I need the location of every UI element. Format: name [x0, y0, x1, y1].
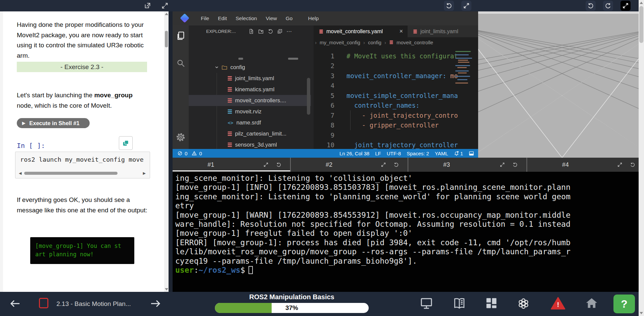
- menu-go[interactable]: Go: [286, 15, 293, 21]
- tutorial-scrollbar-thumb[interactable]: [165, 31, 168, 47]
- explorer-activity-icon[interactable]: [176, 31, 185, 41]
- top-bar: [0, 0, 644, 11]
- errors-icon[interactable]: [177, 151, 183, 156]
- terminal-tab-2[interactable]: #2: [290, 158, 408, 172]
- more-actions-icon[interactable]: ⋯: [286, 28, 292, 35]
- scroll-left-icon[interactable]: ◀: [19, 171, 21, 175]
- breadcrumb[interactable]: › my_moveit_config › config › moveit_con…: [315, 37, 478, 47]
- scroll-up-icon[interactable]: [640, 2, 643, 4]
- close-tab-icon[interactable]: ×: [399, 28, 403, 35]
- next-unit-button[interactable]: [150, 299, 161, 309]
- tree-file-name-srdf[interactable]: <> name.srdf: [189, 117, 311, 128]
- breadcrumb-item[interactable]: moveit_controlle: [397, 40, 433, 45]
- scroll-down-icon[interactable]: [640, 312, 643, 314]
- reload-code-editor-icon[interactable]: [444, 1, 454, 11]
- tree-file-pilz-limits[interactable]: pilz_cartesian_limit...: [189, 128, 311, 139]
- terminal-cursor: [248, 266, 253, 274]
- execute-in-shell-button[interactable]: ▶ Execute in Shell #1: [17, 118, 90, 128]
- previous-unit-button[interactable]: [9, 299, 21, 309]
- scroll-down-icon[interactable]: [165, 288, 168, 291]
- horizontal-scrollbar-thumb[interactable]: [24, 172, 118, 175]
- terminal-tab-label[interactable]: #1: [208, 161, 214, 168]
- report-warning-icon[interactable]: !: [551, 297, 565, 310]
- refresh-explorer-icon[interactable]: [268, 29, 273, 34]
- collapse-folders-icon[interactable]: [277, 29, 283, 34]
- status-indent[interactable]: Spaces: 2: [407, 151, 429, 156]
- menu-file[interactable]: File: [201, 15, 209, 21]
- menu-selection[interactable]: Selection: [236, 15, 257, 21]
- tree-file-moveit-rviz[interactable]: moveit.rviz: [189, 106, 311, 117]
- terminal-line: le/lib/moveit_ros_move_group/move_group …: [173, 247, 644, 256]
- minimap[interactable]: [454, 50, 476, 101]
- reload-terminal-icon[interactable]: [512, 162, 518, 167]
- yaml-file-icon: [319, 30, 323, 34]
- reload-terminal-icon[interactable]: [630, 162, 635, 167]
- tab-moveit-controllers-yaml[interactable]: moveit_controllers.yaml ×: [314, 25, 408, 37]
- tree-folder-config[interactable]: config: [189, 62, 311, 73]
- tree-file-kinematics[interactable]: kinematics.yaml: [189, 84, 311, 95]
- expand-terminal-icon[interactable]: [381, 162, 386, 167]
- menu-view[interactable]: View: [266, 15, 277, 21]
- reset-sim-icon[interactable]: [603, 1, 613, 11]
- tree-item-label: config: [230, 64, 245, 70]
- expand-terminal-icon[interactable]: [617, 162, 623, 167]
- desktop-view-icon[interactable]: [420, 297, 433, 310]
- notebook-view-icon[interactable]: [453, 297, 466, 310]
- status-eol[interactable]: LF: [375, 151, 381, 156]
- tree-file-moveit-controllers[interactable]: moveit_controllers....: [189, 95, 311, 106]
- status-language[interactable]: YAML: [435, 151, 448, 156]
- new-folder-icon[interactable]: [258, 29, 264, 34]
- status-line-col[interactable]: Ln 26, Col 38: [339, 151, 369, 156]
- status-encoding[interactable]: UTF-8: [387, 151, 401, 156]
- expand-code-editor-icon[interactable]: [461, 1, 471, 11]
- scroll-up-icon[interactable]: [165, 13, 168, 15]
- terminal-tab-label[interactable]: #2: [326, 161, 332, 168]
- help-button[interactable]: ?: [613, 295, 635, 313]
- code-cell[interactable]: ros2 launch my_moveit_config move ◀ ▶: [15, 152, 150, 178]
- layout-grid-icon[interactable]: [485, 297, 498, 309]
- reload-terminal-icon[interactable]: [394, 162, 399, 167]
- scroll-right-icon[interactable]: ▶: [143, 171, 146, 175]
- gazebo-viewport[interactable]: [478, 11, 639, 158]
- breadcrumb-item[interactable]: my_moveit_config: [320, 40, 360, 45]
- terminal-output[interactable]: ing_scene_monitor]: Listening to 'collis…: [173, 172, 644, 292]
- tab-joint-limits-yaml[interactable]: joint_limits.yaml: [408, 25, 478, 37]
- expand-sim-icon[interactable]: [620, 1, 631, 11]
- error-count[interactable]: 0: [185, 151, 187, 156]
- notifications-bell[interactable]: 1: [454, 151, 463, 156]
- breadcrumb-item[interactable]: config: [368, 40, 381, 45]
- terminal-tab-3[interactable]: #3: [408, 158, 526, 172]
- open-in-new-window-icon[interactable]: [142, 1, 152, 11]
- yaml-file-icon: [228, 131, 232, 136]
- expand-left-panel-icon[interactable]: [160, 1, 170, 11]
- expand-terminal-icon[interactable]: [263, 162, 269, 167]
- terminal-tab-label[interactable]: #3: [443, 161, 450, 168]
- openai-chat-icon[interactable]: [516, 297, 531, 311]
- course-progress-bar: 37%: [215, 303, 369, 313]
- stop-icon[interactable]: [39, 298, 48, 308]
- expand-terminal-icon[interactable]: [500, 162, 505, 167]
- tutorial-left-scrollbar[interactable]: [0, 11, 3, 292]
- settings-gear-icon[interactable]: [176, 132, 186, 142]
- terminal-tab-label[interactable]: #4: [562, 161, 569, 168]
- warning-count[interactable]: 0: [199, 151, 202, 156]
- code-line: 6 controller_names:: [314, 101, 419, 111]
- copy-code-button[interactable]: [119, 136, 133, 150]
- search-icon[interactable]: [176, 59, 185, 68]
- tree-file-joint-limits[interactable]: joint_limits.yaml: [189, 73, 311, 84]
- menu-edit[interactable]: Edit: [218, 15, 227, 21]
- terminal-tab-1[interactable]: #1: [173, 158, 290, 172]
- page-scrollbar[interactable]: [639, 0, 644, 316]
- sidebar-scrollbar-thumb[interactable]: [307, 78, 310, 115]
- code-editor[interactable]: 1# MoveIt uses this configurat 2 3moveit…: [314, 49, 478, 149]
- reload-sim-icon[interactable]: [586, 1, 596, 11]
- page-scrollbar-thumb[interactable]: [639, 6, 643, 43]
- new-file-icon[interactable]: [248, 29, 254, 34]
- reload-terminal-icon[interactable]: [276, 162, 281, 167]
- tutorial-scrollbar[interactable]: [164, 11, 169, 292]
- menu-help[interactable]: Help: [308, 15, 319, 21]
- terminal-tab-4[interactable]: #4: [526, 158, 644, 172]
- layout-icon[interactable]: [469, 151, 474, 156]
- warnings-icon[interactable]: [191, 151, 197, 156]
- home-icon[interactable]: [585, 297, 598, 310]
